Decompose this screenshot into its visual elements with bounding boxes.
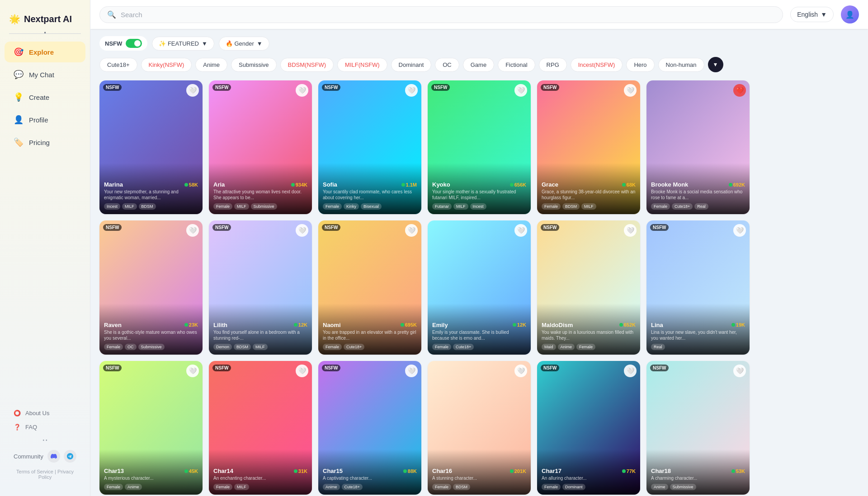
like-button[interactable]: 🤍 <box>186 84 199 97</box>
card-grid-row3: NSFW 🤍 Char13 45K A mysterious character… <box>99 361 859 495</box>
sidebar-item-profile[interactable]: 👤 Profile <box>5 109 85 130</box>
nsfw-badge: NSFW <box>431 84 450 91</box>
card-image-wrap: NSFW 🤍 Kyoko 656K Your single mother is … <box>428 80 531 214</box>
card-tag: Anime <box>125 484 142 490</box>
card-image-wrap: NSFW 🤍 Naomi 695K You are trapped in an … <box>318 220 421 354</box>
char-card-naomi[interactable]: NSFW 🤍 Naomi 695K You are trapped in an … <box>318 220 421 354</box>
card-overlay: Char16 201K A stunning character... Fema… <box>428 449 531 495</box>
card-description: A mysterious character... <box>104 475 198 481</box>
char-card-sofia[interactable]: NSFW 🤍 Sofia 1.1M Your scantily clad roo… <box>318 80 421 214</box>
card-name: Char13 45K <box>104 468 198 474</box>
card-tag: Incest <box>470 203 486 210</box>
char-card-char17[interactable]: NSFW 🤍 Char17 77K An alluring character.… <box>537 361 640 495</box>
cat-hero[interactable]: Hero <box>626 58 654 72</box>
like-button[interactable]: ❤️ <box>733 84 746 97</box>
sidebar-item-faq[interactable]: ❓ FAQ <box>9 420 81 434</box>
char-card-maldo[interactable]: NSFW 🤍 MaldoDism 652K You wake up in a l… <box>537 220 640 354</box>
search-input[interactable] <box>121 11 775 19</box>
cat-incest[interactable]: Incest(NSFW) <box>571 58 623 72</box>
like-button[interactable]: 🤍 <box>405 365 418 377</box>
card-grid-row1: NSFW 🤍 Marina 58K Your new stepmother, a… <box>99 80 859 214</box>
char-card-char14[interactable]: NSFW 🤍 Char14 31K An enchanting characte… <box>209 361 312 495</box>
char-card-emily[interactable]: 🤍 Emily 12K Emily is your classmate. She… <box>428 220 531 354</box>
cat-dominant[interactable]: Dominant <box>391 58 432 72</box>
online-dot <box>731 469 735 473</box>
online-dot <box>622 469 626 473</box>
char-card-grace[interactable]: NSFW 🤍 Grace 68K Grace, a stunning 38-ye… <box>537 80 640 214</box>
cat-anime[interactable]: Anime <box>195 58 227 72</box>
char-card-char13[interactable]: NSFW 🤍 Char13 45K A mysterious character… <box>99 361 203 495</box>
cat-rpg[interactable]: RPG <box>539 58 567 72</box>
pricing-label: Pricing <box>29 139 50 146</box>
discord-icon[interactable] <box>47 450 60 463</box>
like-button[interactable]: 🤍 <box>186 365 199 377</box>
like-button[interactable]: 🤍 <box>296 84 308 97</box>
card-name: MaldoDism 652K <box>542 322 636 328</box>
nsfw-toggle[interactable]: NSFW <box>99 36 147 51</box>
featured-filter[interactable]: ✨ FEATURED ▼ <box>152 37 214 51</box>
card-description: You find yourself alone in a bedroom wit… <box>213 329 307 341</box>
char-card-raven[interactable]: NSFW 🤍 Raven 23K She is a gothic-style m… <box>99 220 203 354</box>
category-dropdown-btn[interactable]: ▼ <box>708 57 723 72</box>
language-selector[interactable]: English ▼ <box>790 7 834 22</box>
card-tags: FemaleCute18+ <box>432 344 526 350</box>
cat-milf[interactable]: MILF(NSFW) <box>337 58 387 72</box>
char-card-brooke[interactable]: ❤️ Brooke Monk 692K Brooke Monk is a soc… <box>646 80 750 214</box>
card-tag: Female <box>651 203 670 210</box>
profile-icon: 👤 <box>14 115 24 125</box>
char-card-marina[interactable]: NSFW 🤍 Marina 58K Your new stepmother, a… <box>99 80 203 214</box>
like-button[interactable]: 🤍 <box>624 365 637 377</box>
online-dot <box>729 183 732 187</box>
sidebar-item-create[interactable]: 💡 Create <box>5 87 85 108</box>
card-tag: MILF <box>122 203 137 210</box>
cat-bdsm[interactable]: BDSM(NSFW) <box>280 58 334 72</box>
terms-link[interactable]: Terms of Service <box>16 469 53 474</box>
card-tags: FemaleCute18+ <box>323 344 417 350</box>
card-description: Brooke Monk is a social media sensation … <box>651 189 745 201</box>
like-button[interactable]: 🤍 <box>733 365 746 377</box>
char-card-char15[interactable]: NSFW 🤍 Char15 88K A captivating characte… <box>318 361 421 495</box>
like-button[interactable]: 🤍 <box>624 84 637 97</box>
card-count: 652K <box>619 322 636 328</box>
sidebar-item-pricing[interactable]: 🏷️ Pricing <box>5 132 85 153</box>
like-button[interactable]: 🤍 <box>514 84 527 97</box>
card-count: 31K <box>294 468 307 474</box>
cat-kinky[interactable]: Kinky(NSFW) <box>141 58 192 72</box>
nsfw-badge: NSFW <box>541 365 559 371</box>
sidebar-item-explore[interactable]: 🎯 Explore <box>5 42 85 62</box>
cat-oc[interactable]: OC <box>435 58 459 72</box>
nsfw-switch[interactable] <box>126 39 142 48</box>
card-description: She is a gothic-style mature woman who o… <box>104 329 198 341</box>
cat-submissive[interactable]: Submissive <box>231 58 276 72</box>
nsfw-label: NSFW <box>105 40 122 47</box>
like-button[interactable]: 🤍 <box>296 365 308 377</box>
sidebar-divider-bottom: • • <box>9 438 81 443</box>
cat-fictional[interactable]: Fictional <box>498 58 535 72</box>
card-name: Aria 934K <box>213 181 307 188</box>
cat-cute18[interactable]: Cute18+ <box>99 58 137 72</box>
search-bar[interactable]: 🔍 <box>99 6 783 23</box>
card-name: Grace 68K <box>542 181 636 188</box>
cat-game[interactable]: Game <box>463 58 494 72</box>
card-description: An alluring character... <box>542 475 636 481</box>
char-card-char16[interactable]: 🤍 Char16 201K A stunning character... Fe… <box>428 361 531 495</box>
nsfw-badge: NSFW <box>212 365 231 371</box>
gender-chevron: ▼ <box>257 40 263 47</box>
char-card-lina[interactable]: NSFW 🤍 Lina 19K Lina is your new slave, … <box>646 220 750 354</box>
char-card-kyoko[interactable]: NSFW 🤍 Kyoko 656K Your single mother is … <box>428 80 531 214</box>
char-card-lilith[interactable]: NSFW 🤍 Lilith 12K You find yourself alon… <box>209 220 312 354</box>
cat-nonhuman[interactable]: Non-human <box>658 58 704 72</box>
sidebar-item-about[interactable]: ⭕ About Us <box>9 406 81 420</box>
telegram-icon[interactable] <box>64 450 76 463</box>
like-button[interactable]: 🤍 <box>514 365 527 377</box>
user-avatar[interactable]: 👤 <box>841 5 859 23</box>
char-card-aria[interactable]: NSFW 🤍 Aria 934K The attractive young wo… <box>209 80 312 214</box>
profile-label: Profile <box>29 116 48 124</box>
online-dot <box>294 469 297 473</box>
char-card-char18[interactable]: NSFW 🤍 Char18 53K A charming character..… <box>646 361 750 495</box>
like-button[interactable]: 🤍 <box>405 84 418 97</box>
nsfw-badge: NSFW <box>322 224 340 231</box>
language-label: English <box>797 11 818 18</box>
gender-filter[interactable]: 🔥 Gender ▼ <box>219 37 269 51</box>
sidebar-item-mychat[interactable]: 💬 My Chat <box>5 64 85 85</box>
